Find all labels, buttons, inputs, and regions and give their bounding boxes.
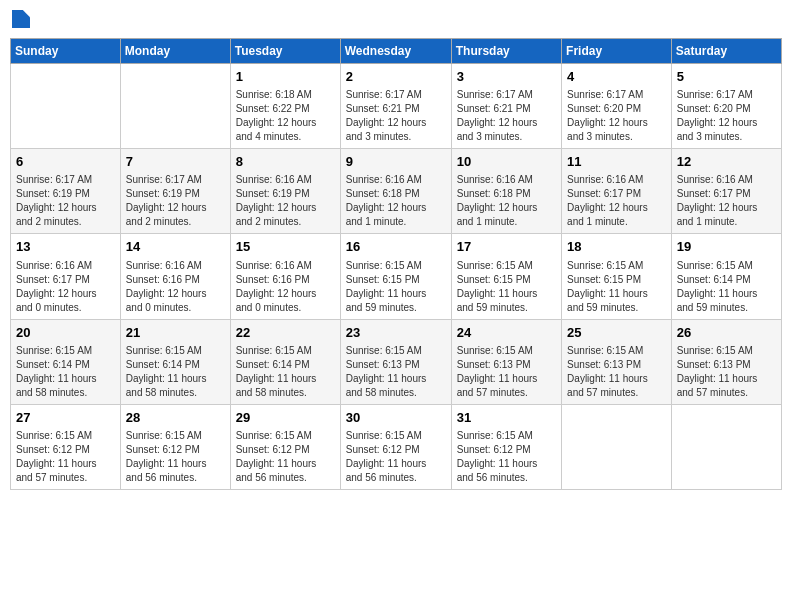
logo-icon (12, 10, 30, 28)
day-number: 21 (126, 324, 225, 342)
day-number: 31 (457, 409, 556, 427)
day-info: Sunrise: 6:16 AM Sunset: 6:17 PM Dayligh… (677, 173, 776, 229)
calendar-header-row: SundayMondayTuesdayWednesdayThursdayFrid… (11, 39, 782, 64)
day-info: Sunrise: 6:16 AM Sunset: 6:16 PM Dayligh… (126, 259, 225, 315)
column-header-wednesday: Wednesday (340, 39, 451, 64)
day-number: 5 (677, 68, 776, 86)
calendar-cell (120, 64, 230, 149)
calendar-cell: 11Sunrise: 6:16 AM Sunset: 6:17 PM Dayli… (562, 149, 672, 234)
column-header-monday: Monday (120, 39, 230, 64)
day-info: Sunrise: 6:15 AM Sunset: 6:12 PM Dayligh… (126, 429, 225, 485)
day-number: 2 (346, 68, 446, 86)
day-info: Sunrise: 6:16 AM Sunset: 6:19 PM Dayligh… (236, 173, 335, 229)
day-number: 12 (677, 153, 776, 171)
logo (10, 10, 30, 28)
day-info: Sunrise: 6:15 AM Sunset: 6:12 PM Dayligh… (346, 429, 446, 485)
column-header-tuesday: Tuesday (230, 39, 340, 64)
calendar-week-2: 6Sunrise: 6:17 AM Sunset: 6:19 PM Daylig… (11, 149, 782, 234)
calendar-cell: 14Sunrise: 6:16 AM Sunset: 6:16 PM Dayli… (120, 234, 230, 319)
day-number: 17 (457, 238, 556, 256)
calendar-cell: 18Sunrise: 6:15 AM Sunset: 6:15 PM Dayli… (562, 234, 672, 319)
calendar-week-4: 20Sunrise: 6:15 AM Sunset: 6:14 PM Dayli… (11, 319, 782, 404)
day-number: 22 (236, 324, 335, 342)
day-info: Sunrise: 6:15 AM Sunset: 6:14 PM Dayligh… (126, 344, 225, 400)
calendar-cell: 3Sunrise: 6:17 AM Sunset: 6:21 PM Daylig… (451, 64, 561, 149)
day-info: Sunrise: 6:17 AM Sunset: 6:19 PM Dayligh… (16, 173, 115, 229)
calendar-week-3: 13Sunrise: 6:16 AM Sunset: 6:17 PM Dayli… (11, 234, 782, 319)
day-number: 19 (677, 238, 776, 256)
calendar-cell: 26Sunrise: 6:15 AM Sunset: 6:13 PM Dayli… (671, 319, 781, 404)
day-info: Sunrise: 6:15 AM Sunset: 6:12 PM Dayligh… (457, 429, 556, 485)
day-number: 3 (457, 68, 556, 86)
calendar-table: SundayMondayTuesdayWednesdayThursdayFrid… (10, 38, 782, 490)
column-header-saturday: Saturday (671, 39, 781, 64)
day-number: 6 (16, 153, 115, 171)
day-info: Sunrise: 6:16 AM Sunset: 6:18 PM Dayligh… (346, 173, 446, 229)
day-info: Sunrise: 6:15 AM Sunset: 6:12 PM Dayligh… (16, 429, 115, 485)
day-info: Sunrise: 6:16 AM Sunset: 6:16 PM Dayligh… (236, 259, 335, 315)
calendar-cell: 25Sunrise: 6:15 AM Sunset: 6:13 PM Dayli… (562, 319, 672, 404)
day-number: 16 (346, 238, 446, 256)
calendar-cell: 2Sunrise: 6:17 AM Sunset: 6:21 PM Daylig… (340, 64, 451, 149)
day-number: 7 (126, 153, 225, 171)
day-info: Sunrise: 6:17 AM Sunset: 6:19 PM Dayligh… (126, 173, 225, 229)
calendar-cell: 19Sunrise: 6:15 AM Sunset: 6:14 PM Dayli… (671, 234, 781, 319)
day-number: 25 (567, 324, 666, 342)
day-number: 14 (126, 238, 225, 256)
day-info: Sunrise: 6:17 AM Sunset: 6:21 PM Dayligh… (457, 88, 556, 144)
day-info: Sunrise: 6:15 AM Sunset: 6:15 PM Dayligh… (567, 259, 666, 315)
calendar-cell: 13Sunrise: 6:16 AM Sunset: 6:17 PM Dayli… (11, 234, 121, 319)
day-info: Sunrise: 6:16 AM Sunset: 6:18 PM Dayligh… (457, 173, 556, 229)
day-number: 23 (346, 324, 446, 342)
calendar-cell (11, 64, 121, 149)
day-number: 29 (236, 409, 335, 427)
day-info: Sunrise: 6:15 AM Sunset: 6:13 PM Dayligh… (677, 344, 776, 400)
calendar-cell: 17Sunrise: 6:15 AM Sunset: 6:15 PM Dayli… (451, 234, 561, 319)
day-info: Sunrise: 6:15 AM Sunset: 6:14 PM Dayligh… (677, 259, 776, 315)
calendar-cell: 8Sunrise: 6:16 AM Sunset: 6:19 PM Daylig… (230, 149, 340, 234)
day-number: 18 (567, 238, 666, 256)
calendar-cell: 23Sunrise: 6:15 AM Sunset: 6:13 PM Dayli… (340, 319, 451, 404)
calendar-cell: 10Sunrise: 6:16 AM Sunset: 6:18 PM Dayli… (451, 149, 561, 234)
day-number: 20 (16, 324, 115, 342)
day-info: Sunrise: 6:17 AM Sunset: 6:21 PM Dayligh… (346, 88, 446, 144)
day-number: 15 (236, 238, 335, 256)
day-info: Sunrise: 6:15 AM Sunset: 6:15 PM Dayligh… (346, 259, 446, 315)
calendar-cell: 16Sunrise: 6:15 AM Sunset: 6:15 PM Dayli… (340, 234, 451, 319)
calendar-cell: 20Sunrise: 6:15 AM Sunset: 6:14 PM Dayli… (11, 319, 121, 404)
day-info: Sunrise: 6:15 AM Sunset: 6:13 PM Dayligh… (346, 344, 446, 400)
calendar-cell (671, 404, 781, 489)
calendar-cell: 7Sunrise: 6:17 AM Sunset: 6:19 PM Daylig… (120, 149, 230, 234)
column-header-friday: Friday (562, 39, 672, 64)
day-info: Sunrise: 6:15 AM Sunset: 6:12 PM Dayligh… (236, 429, 335, 485)
day-number: 26 (677, 324, 776, 342)
page-header (10, 10, 782, 28)
day-info: Sunrise: 6:15 AM Sunset: 6:15 PM Dayligh… (457, 259, 556, 315)
calendar-week-5: 27Sunrise: 6:15 AM Sunset: 6:12 PM Dayli… (11, 404, 782, 489)
day-number: 13 (16, 238, 115, 256)
calendar-cell: 29Sunrise: 6:15 AM Sunset: 6:12 PM Dayli… (230, 404, 340, 489)
calendar-cell: 12Sunrise: 6:16 AM Sunset: 6:17 PM Dayli… (671, 149, 781, 234)
day-info: Sunrise: 6:18 AM Sunset: 6:22 PM Dayligh… (236, 88, 335, 144)
day-number: 24 (457, 324, 556, 342)
calendar-cell: 30Sunrise: 6:15 AM Sunset: 6:12 PM Dayli… (340, 404, 451, 489)
day-number: 8 (236, 153, 335, 171)
calendar-cell: 5Sunrise: 6:17 AM Sunset: 6:20 PM Daylig… (671, 64, 781, 149)
day-info: Sunrise: 6:16 AM Sunset: 6:17 PM Dayligh… (567, 173, 666, 229)
day-number: 9 (346, 153, 446, 171)
day-info: Sunrise: 6:15 AM Sunset: 6:14 PM Dayligh… (236, 344, 335, 400)
day-number: 27 (16, 409, 115, 427)
calendar-cell: 15Sunrise: 6:16 AM Sunset: 6:16 PM Dayli… (230, 234, 340, 319)
calendar-week-1: 1Sunrise: 6:18 AM Sunset: 6:22 PM Daylig… (11, 64, 782, 149)
day-number: 11 (567, 153, 666, 171)
calendar-cell: 21Sunrise: 6:15 AM Sunset: 6:14 PM Dayli… (120, 319, 230, 404)
day-number: 10 (457, 153, 556, 171)
day-number: 28 (126, 409, 225, 427)
day-number: 4 (567, 68, 666, 86)
day-number: 30 (346, 409, 446, 427)
calendar-cell (562, 404, 672, 489)
calendar-cell: 28Sunrise: 6:15 AM Sunset: 6:12 PM Dayli… (120, 404, 230, 489)
day-info: Sunrise: 6:17 AM Sunset: 6:20 PM Dayligh… (567, 88, 666, 144)
calendar-cell: 24Sunrise: 6:15 AM Sunset: 6:13 PM Dayli… (451, 319, 561, 404)
calendar-cell: 9Sunrise: 6:16 AM Sunset: 6:18 PM Daylig… (340, 149, 451, 234)
